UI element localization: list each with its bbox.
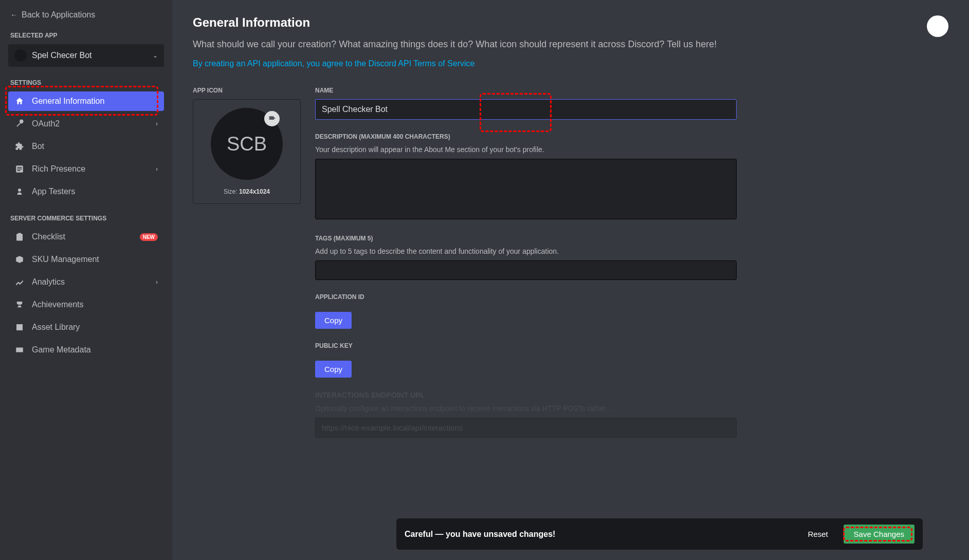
user-avatar[interactable] <box>927 15 948 37</box>
settings-header: SETTINGS <box>8 79 164 86</box>
document-icon <box>14 164 25 174</box>
selected-app-name: Spel Checer Bot <box>32 51 92 60</box>
selected-app-header: SELECTED APP <box>8 32 164 39</box>
sidebar: ← Back to Applications SELECTED APP Spel… <box>0 0 172 560</box>
back-link-text: Back to Applications <box>22 10 95 20</box>
sidebar-item-asset-library[interactable]: Asset Library <box>8 318 164 337</box>
unsaved-changes-bar: Careful — you have unsaved changes! Rese… <box>396 518 923 550</box>
sidebar-item-rich-presence[interactable]: Rich Presence › <box>8 159 164 179</box>
reset-button[interactable]: Reset <box>798 526 837 543</box>
page-title: General Information <box>193 15 717 30</box>
tags-label: TAGS (MAXIMUM 5) <box>315 235 737 242</box>
chevron-right-icon: › <box>156 165 158 173</box>
tags-input[interactable] <box>315 260 737 280</box>
sidebar-item-label: Rich Presence <box>32 164 85 174</box>
sidebar-item-label: Achievements <box>32 300 84 309</box>
application-id-label: APPLICATION ID <box>315 293 737 301</box>
users-icon <box>14 187 25 196</box>
chart-icon <box>14 277 25 287</box>
sidebar-item-label: App Testers <box>32 187 75 196</box>
image-icon <box>14 323 25 332</box>
sidebar-item-oauth2[interactable]: OAuth2 › <box>8 114 164 134</box>
app-icon-label: APP ICON <box>193 87 301 94</box>
sidebar-item-sku-management[interactable]: SKU Management <box>8 250 164 269</box>
app-icon-preview: SCB <box>211 108 283 180</box>
package-icon <box>14 255 25 264</box>
tags-helper: Add up to 5 tags to describe the content… <box>315 247 737 255</box>
commerce-header: SERVER COMMERCE SETTINGS <box>8 215 164 222</box>
app-icon-uploader[interactable]: SCB Size: 1024x1024 <box>193 99 301 204</box>
interactions-url-input[interactable] <box>315 418 737 438</box>
page-subheading: What should we call your creation? What … <box>193 39 717 50</box>
name-input[interactable] <box>315 99 737 120</box>
trophy-icon <box>14 300 25 309</box>
wrench-icon <box>14 119 25 128</box>
description-input[interactable] <box>315 159 737 219</box>
copy-app-id-button[interactable]: Copy <box>315 312 352 329</box>
sidebar-item-label: Asset Library <box>32 323 80 332</box>
description-helper: Your description will appear in the Abou… <box>315 145 737 154</box>
sidebar-item-label: SKU Management <box>32 255 99 264</box>
sidebar-item-checklist[interactable]: Checklist NEW <box>8 227 164 247</box>
chevron-right-icon: › <box>156 278 158 286</box>
description-label: DESCRIPTION (MAXIMUM 400 CHARACTERS) <box>315 133 737 140</box>
upload-image-icon <box>264 111 280 126</box>
app-avatar-icon <box>14 49 27 62</box>
sidebar-item-label: OAuth2 <box>32 119 60 128</box>
puzzle-icon <box>14 142 25 151</box>
copy-public-key-button[interactable]: Copy <box>315 361 352 378</box>
clipboard-icon <box>14 232 25 241</box>
main-content: General Information What should we call … <box>172 0 969 560</box>
name-label: NAME <box>315 87 737 94</box>
public-key-label: PUBLIC KEY <box>315 342 737 349</box>
chevron-right-icon: › <box>156 120 158 127</box>
new-badge: NEW <box>140 233 158 241</box>
sidebar-item-analytics[interactable]: Analytics › <box>8 272 164 292</box>
sidebar-item-label: Checklist <box>32 232 65 241</box>
interactions-label: INTERACTIONS ENDPOINT URL <box>315 391 737 399</box>
sidebar-item-label: Game Metadata <box>32 345 91 354</box>
card-icon <box>14 345 25 354</box>
save-changes-button[interactable]: Save Changes <box>844 525 915 544</box>
sidebar-item-bot[interactable]: Bot <box>8 137 164 156</box>
arrow-left-icon: ← <box>10 11 17 19</box>
interactions-helper: Optionally configure an interactions end… <box>315 404 737 413</box>
app-icon-initials: SCB <box>227 133 267 155</box>
sidebar-item-game-metadata[interactable]: Game Metadata <box>8 340 164 360</box>
app-selector[interactable]: Spel Checer Bot ⌄ <box>8 44 164 67</box>
back-to-applications-link[interactable]: ← Back to Applications <box>8 10 164 20</box>
sidebar-item-label: General Information <box>32 97 104 106</box>
unsaved-message: Careful — you have unsaved changes! <box>405 530 555 539</box>
home-icon <box>14 97 25 106</box>
sidebar-item-label: Analytics <box>32 277 65 287</box>
tos-link[interactable]: By creating an API application, you agre… <box>193 59 474 68</box>
chevron-down-icon: ⌄ <box>153 52 158 59</box>
sidebar-item-label: Bot <box>32 142 44 151</box>
sidebar-item-app-testers[interactable]: App Testers <box>8 182 164 201</box>
sidebar-item-achievements[interactable]: Achievements <box>8 295 164 314</box>
sidebar-item-general-information[interactable]: General Information <box>8 91 164 111</box>
icon-size-text: Size: 1024x1024 <box>224 188 270 195</box>
